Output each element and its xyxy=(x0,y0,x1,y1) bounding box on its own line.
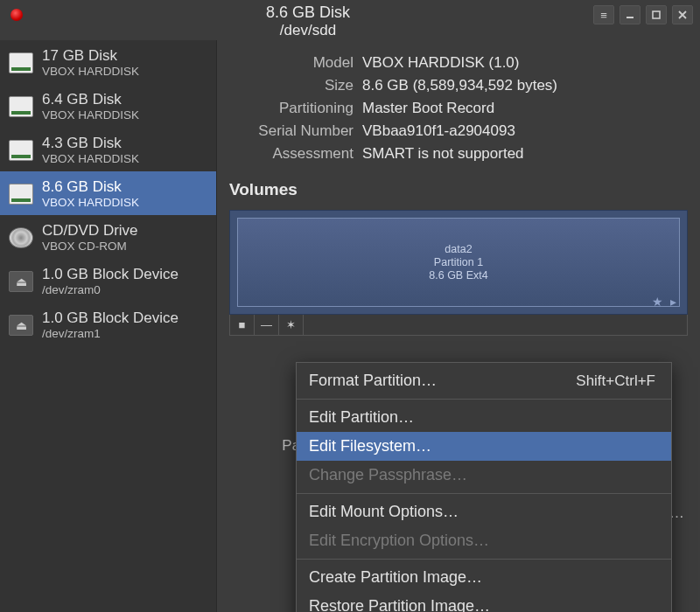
value-model: VBOX HARDDISK (1.0) xyxy=(362,54,688,72)
vol-label: Partition 1 xyxy=(434,256,483,268)
menu-separator xyxy=(297,399,671,400)
menu-edit-mount-options[interactable]: Edit Mount Options… xyxy=(297,497,671,526)
device-sub: VBOX CD-ROM xyxy=(42,240,138,253)
hdd-icon xyxy=(9,96,33,117)
device-title: 17 GB Disk xyxy=(42,47,139,65)
hdd-icon xyxy=(9,184,33,205)
app-menu-button[interactable]: ≡ xyxy=(593,5,614,24)
value-assessment: SMART is not supported xyxy=(362,145,688,163)
menu-label: Edit Encryption Options… xyxy=(309,532,489,550)
minimize-button[interactable] xyxy=(620,5,640,24)
value-size: 8.6 GB (8,589,934,592 bytes) xyxy=(362,77,688,94)
context-menu: Format Partition… Shift+Ctrl+F Edit Part… xyxy=(296,362,672,612)
minus-button[interactable]: — xyxy=(255,315,279,335)
device-sub: /dev/zram1 xyxy=(42,327,178,340)
svg-rect-0 xyxy=(626,17,634,18)
device-item-4[interactable]: CD/DVD Drive VBOX CD-ROM xyxy=(0,215,216,259)
title-path: /dev/sdd xyxy=(23,22,593,39)
title-disk: 8.6 GB Disk xyxy=(23,3,593,22)
value-serial: VBbaa910f1-a2904093 xyxy=(362,122,688,140)
maximize-button[interactable] xyxy=(646,5,667,24)
details-grid: Model VBOX HARDDISK (1.0) Size 8.6 GB (8… xyxy=(229,54,688,163)
menu-label: Create Partition Image… xyxy=(309,568,482,587)
menu-label: Edit Mount Options… xyxy=(309,503,458,521)
device-sub: /dev/zram0 xyxy=(42,283,178,296)
volumes-title: Volumes xyxy=(229,180,688,199)
volume-partition[interactable]: data2 Partition 1 8.6 GB Ext4 xyxy=(237,218,680,307)
device-title: 8.6 GB Disk xyxy=(42,178,139,196)
device-title: 6.4 GB Disk xyxy=(42,91,139,108)
menu-accel: Shift+Ctrl+F xyxy=(576,372,655,390)
menu-label: Format Partition… xyxy=(309,372,437,390)
label-assessment: Assessment xyxy=(229,145,354,163)
gear-button[interactable]: ✶ xyxy=(279,315,304,335)
device-title: 4.3 GB Disk xyxy=(42,135,139,152)
menu-edit-encryption-options: Edit Encryption Options… xyxy=(297,526,671,555)
volume-toolbar: ■ — ✶ xyxy=(229,315,688,336)
label-model: Model xyxy=(229,54,354,72)
menu-separator xyxy=(297,493,671,494)
eject-icon xyxy=(9,315,33,336)
stop-button[interactable]: ■ xyxy=(230,315,255,335)
label-size: Size xyxy=(229,77,354,94)
device-sub: VBOX HARDDISK xyxy=(42,65,139,78)
menu-change-passphrase: Change Passphrase… xyxy=(297,461,671,490)
device-title: 1.0 GB Block Device xyxy=(42,266,178,283)
device-item-3[interactable]: 8.6 GB Disk VBOX HARDDISK xyxy=(0,171,216,215)
menu-edit-filesystem[interactable]: Edit Filesystem… xyxy=(297,432,671,461)
device-title: 1.0 GB Block Device xyxy=(42,309,178,327)
device-item-1[interactable]: 6.4 GB Disk VBOX HARDDISK xyxy=(0,84,216,128)
device-item-6[interactable]: 1.0 GB Block Device /dev/zram1 xyxy=(0,303,216,346)
menu-label: Restore Partition Image… xyxy=(309,597,490,612)
label-partitioning: Partitioning xyxy=(229,100,354,117)
volume-map[interactable]: data2 Partition 1 8.6 GB Ext4 ★ ▸ xyxy=(229,210,688,315)
window-title: 8.6 GB Disk /dev/sdd xyxy=(23,0,593,39)
value-partitioning: Master Boot Record xyxy=(362,100,688,117)
device-sub: VBOX HARDDISK xyxy=(42,152,139,165)
eject-icon xyxy=(9,271,33,292)
device-item-2[interactable]: 4.3 GB Disk VBOX HARDDISK xyxy=(0,128,216,171)
hdd-icon xyxy=(9,52,33,73)
titlebar: 8.6 GB Disk /dev/sdd ≡ xyxy=(0,0,700,40)
menu-restore-partition-image[interactable]: Restore Partition Image… xyxy=(297,592,671,612)
window-buttons: ≡ xyxy=(593,5,693,24)
device-item-0[interactable]: 17 GB Disk VBOX HARDDISK xyxy=(0,40,216,84)
vol-name: data2 xyxy=(444,243,472,255)
cd-icon xyxy=(9,227,33,248)
device-title: CD/DVD Drive xyxy=(42,222,138,240)
record-icon xyxy=(10,9,23,21)
device-sub: VBOX HARDDISK xyxy=(42,196,139,209)
device-sidebar: 17 GB Disk VBOX HARDDISK 6.4 GB Disk VBO… xyxy=(0,40,217,612)
vol-desc: 8.6 GB Ext4 xyxy=(429,269,487,282)
device-sub: VBOX HARDDISK xyxy=(42,108,139,122)
menu-label: Edit Partition… xyxy=(309,408,414,427)
label-serial: Serial Number xyxy=(229,122,354,140)
menu-label: Change Passphrase… xyxy=(309,466,467,484)
svg-rect-1 xyxy=(653,11,660,18)
hdd-icon xyxy=(9,140,33,161)
menu-create-partition-image[interactable]: Create Partition Image… xyxy=(297,563,671,592)
menu-label: Edit Filesystem… xyxy=(309,437,431,456)
menu-separator xyxy=(297,559,671,560)
menu-edit-partition[interactable]: Edit Partition… xyxy=(297,403,671,432)
menu-format-partition[interactable]: Format Partition… Shift+Ctrl+F xyxy=(297,366,671,395)
volume-nav-icons[interactable]: ★ ▸ xyxy=(652,295,678,309)
device-item-5[interactable]: 1.0 GB Block Device /dev/zram0 xyxy=(0,259,216,303)
close-button[interactable] xyxy=(672,5,693,24)
toolbar-spacer xyxy=(304,315,687,335)
